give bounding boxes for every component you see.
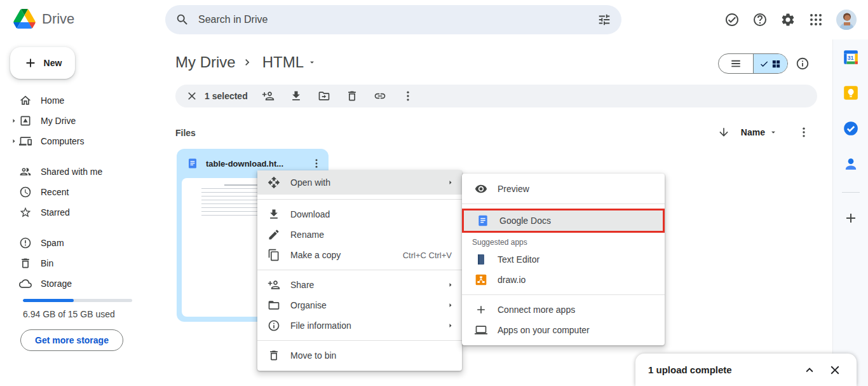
file-more-actions-button[interactable] <box>311 158 322 169</box>
copy-link-button[interactable] <box>366 86 394 106</box>
caret-down-icon <box>308 58 316 67</box>
menu-item-open-with[interactable]: Open with <box>257 170 462 195</box>
report-icon <box>19 237 32 249</box>
sidebar-item-bin[interactable]: Bin <box>0 253 163 273</box>
submenu-item-connect-more-apps[interactable]: Connect more apps <box>462 300 665 320</box>
calendar-button[interactable] <box>842 48 860 66</box>
sort-by-label: Name <box>741 127 765 137</box>
three-dots-icon <box>402 90 414 102</box>
sort-controls: Name <box>714 123 813 142</box>
submenu-item-preview[interactable]: Preview <box>462 179 665 199</box>
breadcrumb-current-folder[interactable]: HTML <box>259 52 320 72</box>
drive-logo[interactable]: Drive <box>13 9 74 29</box>
contacts-button[interactable] <box>842 155 860 173</box>
sidebar-item-shared-with-me[interactable]: Shared with me <box>0 162 163 182</box>
trash-icon <box>19 257 32 270</box>
menu-item-share[interactable]: Share <box>257 275 462 295</box>
search-bar[interactable] <box>165 5 621 34</box>
plus-icon <box>475 303 487 316</box>
sort-by-button[interactable]: Name <box>741 127 778 137</box>
info-icon <box>268 319 280 332</box>
star-icon <box>19 206 32 219</box>
download-button[interactable] <box>282 86 310 106</box>
home-icon <box>19 94 32 107</box>
get-more-storage-button[interactable]: Get more storage <box>20 329 123 351</box>
move-button[interactable] <box>310 86 338 106</box>
submenu-item-apps-on-your-computer[interactable]: Apps on your computer <box>462 320 665 340</box>
check-circle-icon <box>724 12 740 27</box>
get-add-ons-button[interactable] <box>842 209 860 227</box>
keep-button[interactable] <box>842 84 860 102</box>
sidebar-item-storage[interactable]: Storage <box>0 273 163 294</box>
top-bar: Drive <box>0 0 868 39</box>
sidebar-item-starred[interactable]: Starred <box>0 202 163 223</box>
sidebar-item-home[interactable]: Home <box>0 90 163 111</box>
submenu-arrow-icon <box>447 281 454 289</box>
menu-item-make-a-copy[interactable]: Make a copy Ctrl+C Ctrl+V <box>257 245 462 265</box>
new-button[interactable]: New <box>10 47 75 79</box>
move-to-bin-button[interactable] <box>338 86 366 106</box>
sort-direction-button[interactable] <box>714 123 733 142</box>
document-icon <box>187 158 198 169</box>
expand-caret-icon[interactable] <box>10 137 19 145</box>
app-name: Drive <box>42 11 74 27</box>
more-actions-button[interactable] <box>394 86 422 106</box>
sidebar-item-computers[interactable]: Computers <box>0 131 163 151</box>
trash-icon <box>268 349 280 362</box>
account-avatar[interactable] <box>836 10 857 30</box>
user-photo-icon <box>836 10 857 30</box>
menu-item-file-information[interactable]: File information <box>257 315 462 336</box>
search-icon[interactable] <box>175 13 189 27</box>
sidebar-nav: Home My Drive Computers Shared with me <box>0 90 163 294</box>
text-editor-icon <box>475 253 487 266</box>
search-input[interactable] <box>198 14 588 25</box>
menu-item-rename[interactable]: Rename <box>257 224 462 245</box>
details-button[interactable] <box>796 57 810 71</box>
help-button[interactable] <box>746 10 774 30</box>
expand-notification-button[interactable] <box>797 357 822 383</box>
menu-item-move-to-bin[interactable]: Move to bin <box>257 345 462 366</box>
google-apps-button[interactable] <box>802 10 830 30</box>
share-button[interactable] <box>254 86 282 106</box>
offline-status-button[interactable] <box>718 10 746 30</box>
view-options-button[interactable] <box>794 123 813 142</box>
tasks-button[interactable] <box>842 120 860 137</box>
sidebar-item-spam[interactable]: Spam <box>0 233 163 253</box>
plus-icon <box>24 56 37 70</box>
download-icon <box>290 90 302 102</box>
trash-icon <box>346 90 358 102</box>
close-icon <box>828 363 842 377</box>
plus-icon <box>843 210 858 226</box>
grid-view-button[interactable] <box>754 54 788 73</box>
submenu-item-text-editor[interactable]: Text Editor <box>462 249 665 270</box>
submenu-item-drawio[interactable]: draw.io <box>462 270 665 290</box>
submenu-item-google-docs[interactable]: Google Docs <box>462 209 665 233</box>
sidebar-item-recent[interactable]: Recent <box>0 182 163 202</box>
people-icon <box>19 165 32 178</box>
help-icon <box>752 12 768 27</box>
list-view-button[interactable] <box>719 54 753 73</box>
context-menu: Open with Download Rename Make a copy Ct… <box>257 170 462 371</box>
topbar-actions <box>718 10 857 30</box>
view-toggle <box>718 53 788 74</box>
folder-move-icon <box>318 90 330 102</box>
storage-progress-bar <box>23 299 132 302</box>
pencil-icon <box>268 228 280 241</box>
expand-caret-icon[interactable] <box>10 117 19 125</box>
settings-button[interactable] <box>774 10 802 30</box>
menu-item-download[interactable]: Download <box>257 204 462 224</box>
left-sidebar: New Home My Drive Computers Sh <box>0 39 163 386</box>
menu-item-organise[interactable]: Organise <box>257 295 462 315</box>
link-icon <box>374 90 386 102</box>
caret-down-icon <box>769 128 778 137</box>
storage-progress-fill <box>23 299 74 302</box>
close-icon <box>186 90 198 102</box>
breadcrumb-my-drive[interactable]: My Drive <box>175 53 236 71</box>
sidebar-item-my-drive[interactable]: My Drive <box>0 111 163 131</box>
submenu-arrow-icon <box>447 322 454 329</box>
tune-icon[interactable] <box>597 13 611 27</box>
drawio-icon <box>475 273 487 286</box>
upload-status-text: 1 upload complete <box>648 364 797 375</box>
close-notification-button[interactable] <box>822 357 848 383</box>
clear-selection-button[interactable] <box>180 86 203 106</box>
